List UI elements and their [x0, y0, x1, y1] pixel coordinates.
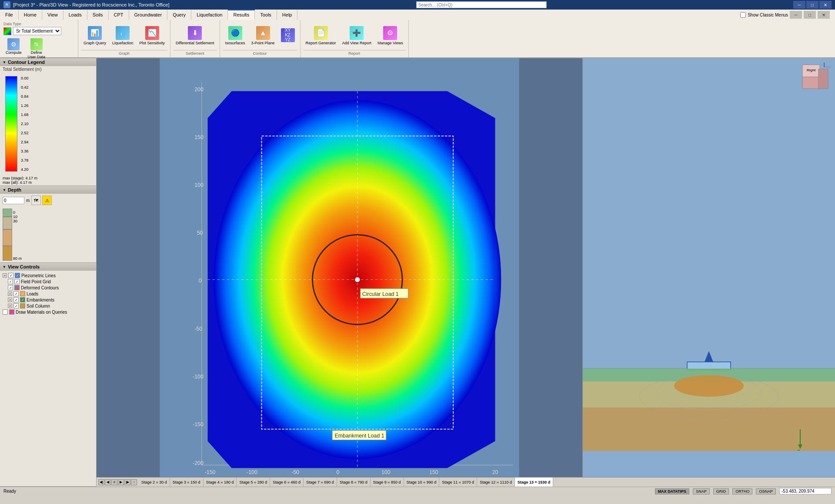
depth-label-bottom: 80 m	[13, 256, 22, 261]
tree-item-loads: + ✓ ✓ Loads	[2, 291, 94, 297]
main-layout: Contour Legend Total Settlement (m) 0.00…	[0, 58, 835, 487]
report-generator-button[interactable]: 📄 Report Generator	[303, 22, 339, 49]
depth-header[interactable]: Depth	[0, 186, 96, 194]
stage-tab-5[interactable]: Stage 5 = 280 d	[237, 477, 270, 487]
compute-label: Compute	[6, 50, 22, 55]
legend-val-0: 0.00	[21, 76, 29, 80]
stage-tab-7[interactable]: Stage 7 = 690 d	[304, 477, 337, 487]
graph-query-label: Graph Query	[84, 41, 106, 45]
stage-tab-10[interactable]: Stage 10 = 990 d	[404, 477, 440, 487]
tab-query[interactable]: Query	[167, 10, 191, 20]
threepoint-plane-button[interactable]: ▲ 3-Point Plane	[249, 22, 277, 49]
manage-views-button[interactable]: ⚙ Manage Views	[375, 22, 406, 49]
tab-home[interactable]: Home	[19, 10, 42, 20]
threepoint-icon: ▲	[256, 26, 270, 40]
soil-column-expand[interactable]: +	[8, 304, 12, 308]
snap-btn[interactable]: SNAP	[693, 488, 710, 494]
depth-warning-icon[interactable]: ⚠	[42, 196, 52, 205]
stage-nav-next[interactable]: ▶	[118, 479, 124, 485]
coordinates-input[interactable]	[779, 488, 832, 494]
depth-profile-icon[interactable]: 🗺	[31, 196, 41, 205]
stage-tab-2[interactable]: Stage 2 = 30 d	[139, 477, 170, 487]
search-bar[interactable]	[416, 1, 547, 8]
tab-results[interactable]: Results	[228, 10, 255, 20]
tab-help[interactable]: Help	[277, 10, 298, 20]
tab-soils[interactable]: Soils	[87, 10, 109, 20]
piezometric-checkbox2[interactable]: ✓	[15, 273, 20, 278]
max-datatips-btn[interactable]: MAX DATATIPS	[655, 488, 690, 494]
legend-val-4: 1.68	[21, 113, 29, 117]
stage-tab-8[interactable]: Stage 8 = 790 d	[337, 477, 371, 487]
tab-groundwater[interactable]: Groundwater	[129, 10, 168, 20]
view-cube[interactable]: Right Y	[800, 63, 831, 94]
graph-items: 📊 Graph Query 💧 Liquefaction 📉 Plot Sens…	[81, 22, 167, 49]
piezometric-checkbox[interactable]: ✓	[8, 273, 13, 278]
status-ready: Ready	[3, 489, 16, 494]
window-controls[interactable]: ─ □ ✕	[793, 1, 832, 9]
isosurfaces-button[interactable]: 🔵 Isosurfaces	[223, 22, 248, 49]
ribbon-close-button[interactable]: ✕	[818, 11, 830, 19]
plan-view[interactable]: 200 150 100 50 0 -50 -100 -150 -200 -150…	[97, 58, 583, 477]
tab-tools[interactable]: Tools	[255, 10, 277, 20]
tab-cpt[interactable]: CPT	[109, 10, 129, 20]
plot-sensitivity-button[interactable]: 📉 Plot Sensitivity	[137, 22, 168, 49]
stage-tab-4[interactable]: Stage 4 = 180 d	[204, 477, 237, 487]
embankments-checkbox2[interactable]: ✓	[20, 297, 25, 302]
stage-tab-11[interactable]: Stage 11 = 1070 d	[439, 477, 477, 487]
tab-view[interactable]: View	[42, 10, 63, 20]
stage-nav-last[interactable]: |▶	[124, 479, 130, 485]
svg-text:Y: Y	[829, 66, 831, 69]
ortho-btn[interactable]: ORTHO	[732, 488, 752, 494]
osnap-btn[interactable]: OSNAP	[756, 488, 776, 494]
classic-menus-checkbox-container[interactable]: Show Classic Menus ─ □ ✕	[735, 10, 835, 20]
view-cube-svg: Right Y	[800, 63, 831, 93]
field-point-checkbox2[interactable]: ✓	[14, 279, 20, 284]
svg-text:200: 200	[194, 86, 204, 93]
ribbon-restore-button[interactable]: □	[804, 11, 816, 19]
embankments-checkbox[interactable]: ✓	[13, 297, 19, 302]
close-button[interactable]: ✕	[819, 1, 832, 9]
classic-menus-checkbox[interactable]	[740, 12, 746, 18]
depth-value-input[interactable]	[3, 197, 24, 204]
stage-nav-first[interactable]: ◀|	[98, 479, 104, 485]
tab-loads[interactable]: Loads	[63, 10, 87, 20]
deformed-contours-checkbox[interactable]: ✓	[8, 285, 13, 290]
xyz-button[interactable]: XYKZYZ	[278, 22, 297, 49]
liquefaction-button[interactable]: 💧 Liquefaction	[110, 22, 136, 49]
tab-liquefaction[interactable]: Liquefaction	[191, 10, 228, 20]
stage-nav-prev[interactable]: ◀	[105, 479, 111, 485]
soil-column-checkbox[interactable]: ✓	[13, 303, 19, 308]
loads-checkbox[interactable]: ✓	[13, 291, 19, 296]
data-type-dropdown[interactable]: Sr Total Settlement	[13, 27, 61, 35]
add-view-report-button[interactable]: ➕ Add View Report	[340, 22, 374, 49]
graph-query-button[interactable]: 📊 Graph Query	[81, 22, 109, 49]
minimize-button[interactable]: ─	[793, 1, 805, 9]
field-point-checkbox[interactable]: ✓	[8, 279, 13, 284]
report-items: 📄 Report Generator ➕ Add View Report ⚙ M…	[303, 22, 406, 49]
contour-legend-header[interactable]: Contour Legend	[0, 58, 96, 66]
view-controls-header[interactable]: View Controls	[0, 263, 96, 271]
maximize-button[interactable]: □	[806, 1, 818, 9]
differential-settlement-button[interactable]: ⬇ Differential Settlement	[173, 22, 217, 49]
grid-btn[interactable]: GRID	[713, 488, 729, 494]
search-input[interactable]	[416, 1, 547, 8]
stage-tab-3[interactable]: Stage 3 = 150 d	[170, 477, 204, 487]
legend-content: 0.00 0.42 0.84 1.26 1.68 2.10 2.52 2.94 …	[0, 73, 96, 175]
stage-tab-6[interactable]: Stage 6 = 460 d	[270, 477, 304, 487]
embankments-expand[interactable]: +	[8, 298, 12, 302]
ribbon-minimize-button[interactable]: ─	[790, 11, 802, 19]
liquefaction-icon: 💧	[116, 26, 130, 40]
stage-nav: ◀| ◀ # ▶ |▶ ~	[97, 479, 139, 485]
loads-expand[interactable]: +	[8, 292, 12, 296]
stage-tab-13[interactable]: Stage 13 = 1530 d	[515, 477, 553, 487]
stage-nav-bookmark[interactable]: #	[111, 479, 117, 485]
draw-materials-checkbox[interactable]	[3, 309, 8, 315]
svg-text:-200: -200	[193, 460, 204, 466]
piezometric-expand[interactable]: +	[3, 273, 7, 278]
stage-nav-wave[interactable]: ~	[131, 479, 137, 485]
svg-text:50: 50	[197, 230, 203, 236]
stage-tab-12[interactable]: Stage 12 = 1110 d	[477, 477, 515, 487]
tab-file[interactable]: File	[0, 10, 19, 20]
stage-tab-9[interactable]: Stage 9 = 850 d	[371, 477, 404, 487]
loads-checkbox2[interactable]: ✓	[20, 291, 25, 296]
